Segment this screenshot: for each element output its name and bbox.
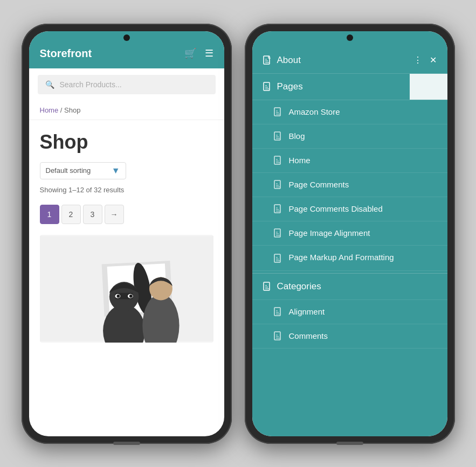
- breadcrumb-separator: /: [58, 106, 64, 114]
- page-comments-disabled-icon: [274, 204, 282, 214]
- product-image-svg: [40, 235, 213, 343]
- search-placeholder: Search Products...: [60, 80, 122, 89]
- header-icons: 🛒 ☰: [184, 47, 213, 59]
- blog-icon: [274, 131, 282, 141]
- page-markup-label: Page Markup And Formatting: [289, 253, 394, 262]
- svg-rect-24: [274, 332, 280, 340]
- menu-item-amazon-store[interactable]: Amazon Store: [252, 100, 447, 124]
- left-phone-camera: [123, 34, 130, 41]
- left-phone: Storefront 🛒 ☰ 🔍 Search Products... Home…: [22, 24, 232, 444]
- page-next-button[interactable]: →: [105, 205, 124, 224]
- right-phone-home-button[interactable]: [336, 442, 363, 445]
- sort-arrow-icon: ▼: [112, 166, 120, 176]
- sort-label: Default sorting: [46, 166, 107, 175]
- menu-item-blog[interactable]: Blog: [252, 124, 447, 149]
- alignment-icon: [274, 307, 282, 317]
- categories-label: Categories: [277, 281, 321, 292]
- storefront-logo: Storefront: [40, 47, 92, 60]
- svg-rect-20: [274, 229, 280, 237]
- shop-title: Shop: [40, 131, 213, 154]
- svg-rect-23: [274, 308, 280, 316]
- left-phone-home-button[interactable]: [113, 442, 140, 445]
- cart-icon[interactable]: 🛒: [184, 47, 196, 59]
- page-2-button[interactable]: 2: [61, 205, 81, 224]
- breadcrumb-home[interactable]: Home: [40, 106, 59, 114]
- comments-label: Comments: [289, 331, 328, 340]
- results-count: Showing 1–12 of 32 results: [40, 186, 213, 194]
- right-phone: About ⋮ ✕ Pages: [245, 24, 455, 444]
- pages-label: Pages: [277, 81, 303, 92]
- dots-button[interactable]: ⋮: [413, 55, 422, 65]
- right-phone-screen: About ⋮ ✕ Pages: [252, 31, 447, 436]
- menu-screen: About ⋮ ✕ Pages: [252, 31, 447, 436]
- hamburger-icon[interactable]: ☰: [205, 47, 213, 59]
- svg-point-9: [116, 294, 120, 297]
- sort-dropdown[interactable]: Default sorting ▼: [40, 162, 126, 179]
- alignment-label: Alignment: [289, 307, 325, 316]
- svg-rect-17: [274, 156, 280, 164]
- page-markup-icon: [274, 254, 282, 263]
- amazon-store-label: Amazon Store: [289, 107, 340, 116]
- menu-about-header: About ⋮ ✕: [252, 47, 447, 74]
- shop-content: Shop Default sorting ▼ Showing 1–12 of 3…: [29, 120, 224, 353]
- home-label: Home: [289, 156, 311, 165]
- svg-rect-18: [274, 180, 280, 189]
- svg-rect-15: [274, 108, 280, 116]
- svg-rect-19: [274, 205, 280, 213]
- breadcrumb-current: Shop: [64, 106, 80, 114]
- menu-item-page-image-alignment[interactable]: Page Image Alignment: [252, 221, 447, 246]
- menu-item-comments[interactable]: Comments: [252, 324, 447, 348]
- page-image-alignment-label: Page Image Alignment: [289, 228, 370, 238]
- pages-doc-icon: [263, 82, 272, 92]
- svg-rect-16: [274, 132, 280, 140]
- blog-label: Blog: [289, 131, 305, 141]
- search-bar[interactable]: 🔍 Search Products...: [38, 75, 216, 94]
- svg-rect-22: [264, 282, 270, 290]
- pagination: 1 2 3 →: [40, 205, 213, 224]
- svg-rect-14: [264, 82, 270, 90]
- about-label: About: [277, 55, 301, 66]
- page-3-button[interactable]: 3: [83, 205, 102, 224]
- menu-item-page-comments[interactable]: Page Comments: [252, 173, 447, 197]
- menu-item-home[interactable]: Home: [252, 149, 447, 173]
- categories-header[interactable]: Categories: [252, 273, 447, 300]
- product-image: [40, 235, 213, 343]
- close-button[interactable]: ✕: [430, 55, 437, 65]
- page-comments-icon: [274, 180, 282, 190]
- categories-icon: [263, 282, 272, 291]
- pages-header: Pages: [252, 74, 447, 100]
- home-icon: [274, 156, 282, 165]
- left-phone-screen: Storefront 🛒 ☰ 🔍 Search Products... Home…: [29, 31, 224, 436]
- page-comments-label: Page Comments: [289, 180, 349, 189]
- page-image-alignment-icon: [274, 228, 282, 238]
- menu-item-page-markup[interactable]: Page Markup And Formatting: [252, 246, 447, 271]
- amazon-store-icon: [274, 107, 282, 117]
- breadcrumb: Home / Shop: [29, 101, 224, 120]
- pages-item[interactable]: Pages: [263, 81, 303, 92]
- right-phone-camera: [347, 34, 353, 41]
- page-1-button[interactable]: 1: [40, 205, 59, 224]
- menu-item-page-comments-disabled[interactable]: Page Comments Disabled: [252, 197, 447, 221]
- comments-icon: [274, 331, 282, 341]
- search-icon: 🔍: [45, 80, 54, 89]
- svg-point-10: [129, 294, 132, 297]
- menu-header-actions: ⋮ ✕: [413, 55, 437, 65]
- menu-item-alignment[interactable]: Alignment: [252, 300, 447, 324]
- white-square-decoration: [410, 74, 447, 100]
- about-item[interactable]: About: [263, 55, 301, 66]
- about-doc-icon: [263, 55, 272, 65]
- svg-rect-21: [274, 254, 280, 262]
- page-comments-disabled-label: Page Comments Disabled: [289, 204, 383, 213]
